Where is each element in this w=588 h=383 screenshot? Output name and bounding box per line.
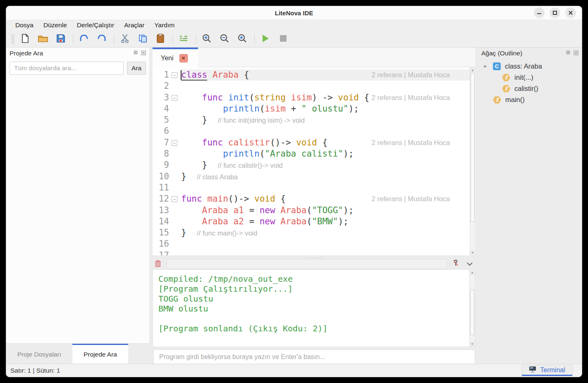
- outline-item-class-araba[interactable]: Cclass: Araba: [478, 61, 582, 72]
- copy-button[interactable]: [136, 33, 149, 46]
- clear-console-button[interactable]: [153, 259, 163, 269]
- code-line-15[interactable]: 15} // func main()-> void: [153, 227, 470, 238]
- code-text: println(isim + " olustu");: [181, 103, 359, 114]
- console-scroll-thumb[interactable]: [470, 290, 474, 335]
- code-lens[interactable]: 2 referans | Mustafa Hoca: [371, 92, 450, 103]
- redo-button[interactable]: [95, 33, 108, 46]
- format-code-button[interactable]: [177, 33, 190, 46]
- scroll-down-icon[interactable]: ▼: [470, 341, 475, 347]
- search-panel-title: Projede Ara: [10, 50, 133, 57]
- search-input[interactable]: [10, 62, 124, 75]
- outline-item-label: init(...): [514, 74, 533, 81]
- undo-button[interactable]: [77, 33, 91, 46]
- code-line-8[interactable]: 8 println("Araba calisti");: [153, 148, 470, 159]
- float-panel-icon[interactable]: [565, 50, 570, 57]
- new-file-button[interactable]: [19, 33, 32, 46]
- scroll-up-icon[interactable]: ▲: [470, 270, 475, 275]
- paste-icon: [156, 33, 165, 45]
- collapse-console-button[interactable]: [464, 259, 475, 269]
- toolbar-separator: [254, 34, 255, 44]
- code-lens[interactable]: 2 referans | Mustafa Hoca: [371, 193, 450, 205]
- line-number: 16: [153, 238, 169, 250]
- code-line-3[interactable]: 3− func init(string isim) -> void {2 ref…: [153, 92, 470, 103]
- editor-tab-bar: Yeni ✕: [153, 48, 475, 67]
- code-line-2[interactable]: 2: [153, 81, 470, 92]
- save-icon: [56, 34, 65, 45]
- editor-scroll-thumb[interactable]: [471, 73, 475, 222]
- code-line-12[interactable]: 12−func main()-> void {2 referans | Must…: [153, 193, 470, 205]
- code-line-4[interactable]: 4 println(isim + " olustu");: [153, 103, 470, 114]
- code-editor[interactable]: 1−class Araba {2 referans | Mustafa Hoca…: [153, 67, 475, 255]
- line-number: 4: [153, 103, 169, 114]
- toolbar-separator: [114, 34, 114, 44]
- chevron-down-icon: [466, 260, 473, 268]
- maximize-button[interactable]: [550, 7, 560, 18]
- console-text: Compiled: /tmp/nova_out_exe [Program Çal…: [158, 274, 327, 333]
- menu-item-5[interactable]: Yardım: [149, 20, 179, 30]
- console-scrollbar[interactable]: ▲ ▼: [469, 270, 475, 347]
- code-text: println("Araba calisti");: [181, 148, 354, 159]
- zoom-in-button[interactable]: [200, 33, 213, 46]
- toolbar: [6, 31, 582, 48]
- line-number: 15: [153, 227, 169, 238]
- code-line-14[interactable]: 14 Araba a2 = new Araba("BMW");: [153, 216, 470, 227]
- stop-button[interactable]: [277, 33, 290, 46]
- code-line-13[interactable]: 13 Araba a1 = new Araba("TOGG");: [153, 205, 470, 216]
- fold-marker-icon[interactable]: −: [172, 95, 177, 101]
- code-line-7[interactable]: 7− func calistir()-> void {2 referans | …: [153, 137, 470, 148]
- close-button[interactable]: [565, 7, 576, 18]
- toolbar-separator: [73, 34, 73, 44]
- scroll-up-icon[interactable]: ▲: [470, 67, 475, 73]
- scroll-down-icon[interactable]: ▼: [470, 250, 475, 255]
- search-button[interactable]: Ara: [127, 62, 146, 75]
- save-button[interactable]: [54, 33, 67, 46]
- editor-dock: Yeni ✕ 1−class Araba {2 referans | Musta…: [153, 48, 475, 364]
- menu-item-1[interactable]: Dosya: [10, 20, 38, 30]
- dock-tab-projede-ara[interactable]: Projede Ara: [72, 344, 128, 364]
- editor-scrollbar[interactable]: ▲ ▼: [470, 67, 475, 255]
- code-lens[interactable]: 2 referans | Mustafa Hoca: [371, 69, 450, 81]
- close-panel-icon[interactable]: [141, 50, 146, 57]
- paste-button[interactable]: [154, 33, 167, 46]
- code-line-11[interactable]: 11: [153, 182, 470, 193]
- fold-marker-icon[interactable]: −: [172, 72, 177, 78]
- terminal-button[interactable]: Terminal: [521, 365, 573, 376]
- toolbar-drag-handle[interactable]: [11, 34, 14, 45]
- console-output[interactable]: Compiled: /tmp/nova_out_exe [Program Çal…: [153, 269, 475, 347]
- toolbar-separator: [196, 34, 196, 44]
- console-filter-field[interactable]: [167, 259, 447, 269]
- run-button[interactable]: [259, 33, 272, 46]
- program-input[interactable]: [153, 350, 475, 364]
- zoom-out-button[interactable]: [218, 33, 231, 46]
- open-folder-button[interactable]: [36, 33, 50, 46]
- code-line-9[interactable]: 9 } // func calistir()-> void: [153, 159, 470, 171]
- code-text: Araba a2 = new Araba("BMW");: [181, 216, 349, 227]
- code-line-10[interactable]: 10} // class Araba: [153, 171, 470, 182]
- menu-item-2[interactable]: Düzenle: [38, 20, 72, 30]
- outline-item-calistir-[interactable]: fcalistir(): [478, 83, 582, 94]
- tab-yeni[interactable]: Yeni ✕: [153, 48, 198, 67]
- cut-button[interactable]: [118, 33, 131, 46]
- tab-close-icon[interactable]: ✕: [179, 54, 188, 62]
- minimize-button[interactable]: [534, 7, 545, 18]
- float-panel-icon[interactable]: [133, 50, 138, 57]
- code-line-1[interactable]: 1−class Araba {2 referans | Mustafa Hoca: [153, 69, 470, 81]
- pin-output-button[interactable]: [450, 259, 461, 269]
- stop-icon: [280, 35, 287, 44]
- dock-tab-proje-dosyaları[interactable]: Proje Dosyaları: [6, 344, 72, 364]
- code-line-5[interactable]: 5 } // func init(string isim) -> void: [153, 114, 470, 126]
- outline-item-init-[interactable]: finit(...): [478, 72, 582, 83]
- close-panel-icon[interactable]: [574, 50, 578, 57]
- tree-expand-icon[interactable]: [481, 65, 489, 68]
- zoom-reset-button[interactable]: [236, 33, 249, 46]
- fold-marker-icon[interactable]: −: [172, 140, 177, 146]
- menu-item-4[interactable]: Araçlar: [119, 20, 149, 30]
- fold-marker-icon[interactable]: −: [172, 196, 177, 202]
- editor-console-splitter[interactable]: ······: [153, 255, 475, 259]
- code-line-16[interactable]: 16: [153, 238, 470, 250]
- menu-item-3[interactable]: Derle/Çalıştır: [72, 20, 119, 30]
- outline-item-main-[interactable]: fmain(): [478, 94, 582, 105]
- undo-icon: [79, 35, 88, 44]
- code-lens[interactable]: 2 referans | Mustafa Hoca: [371, 137, 450, 148]
- code-line-6[interactable]: 6: [153, 126, 470, 137]
